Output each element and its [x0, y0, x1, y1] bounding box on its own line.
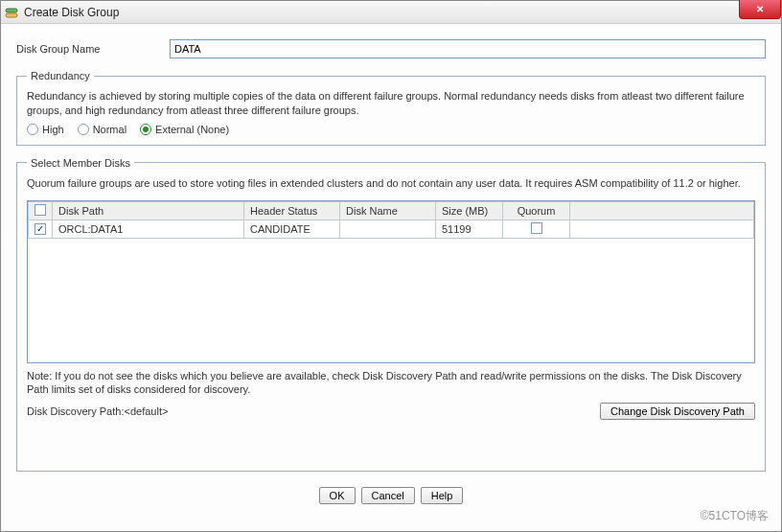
cell-spacer	[570, 220, 754, 238]
table-row[interactable]: ORCL:DATA1 CANDIDATE 51199	[29, 220, 754, 238]
col-disk-path[interactable]: Disk Path	[53, 201, 244, 220]
app-icon	[5, 6, 18, 19]
help-button[interactable]: Help	[421, 487, 464, 504]
col-spacer	[570, 201, 754, 220]
col-size[interactable]: Size (MB)	[436, 201, 503, 220]
ok-button[interactable]: OK	[319, 487, 356, 504]
radio-icon	[27, 124, 38, 135]
redundancy-group: Redundancy Redundancy is achieved by sto…	[16, 70, 766, 146]
footer-buttons: OK Cancel Help	[16, 479, 766, 516]
cell-disk-name	[340, 220, 436, 238]
quorum-checkbox[interactable]	[531, 222, 542, 234]
select-all-checkbox[interactable]	[34, 204, 46, 216]
titlebar: Create Disk Group ✕	[1, 1, 781, 24]
select-member-disks-group: Select Member Disks Quorum failure group…	[16, 157, 766, 472]
col-disk-name[interactable]: Disk Name	[340, 201, 436, 220]
discovery-path-label: Disk Discovery Path:	[27, 405, 124, 417]
disk-group-name-label: Disk Group Name	[16, 43, 160, 55]
redundancy-normal-label: Normal	[93, 124, 126, 135]
svg-rect-0	[6, 9, 17, 12]
col-quorum[interactable]: Quorum	[503, 201, 570, 220]
disks-note: Note: If you do not see the disks which …	[27, 369, 755, 398]
member-disks-legend: Select Member Disks	[27, 157, 134, 169]
close-button[interactable]: ✕	[739, 0, 781, 19]
row-checkbox[interactable]	[34, 223, 46, 235]
redundancy-external-radio[interactable]: External (None)	[140, 124, 229, 135]
disks-table: Disk Path Header Status Disk Name Size (…	[28, 201, 754, 239]
dialog-content: Disk Group Name Redundancy Redundancy is…	[1, 24, 781, 531]
name-row: Disk Group Name	[16, 39, 766, 58]
cell-disk-path: ORCL:DATA1	[53, 220, 244, 238]
change-disk-discovery-path-button[interactable]: Change Disk Discovery Path	[600, 403, 755, 420]
cancel-button[interactable]: Cancel	[361, 487, 415, 504]
col-header-status[interactable]: Header Status	[244, 201, 340, 220]
redundancy-legend: Redundancy	[27, 70, 94, 81]
cell-size: 51199	[436, 220, 503, 238]
cell-header-status: CANDIDATE	[244, 220, 340, 238]
discovery-path-row: Disk Discovery Path:<default> Change Dis…	[27, 403, 755, 420]
redundancy-description: Redundancy is achieved by storing multip…	[27, 89, 755, 118]
redundancy-external-label: External (None)	[155, 124, 229, 135]
redundancy-options: High Normal External (None)	[27, 124, 755, 135]
radio-icon	[140, 124, 151, 135]
svg-rect-1	[6, 13, 17, 17]
radio-icon	[78, 124, 89, 135]
redundancy-normal-radio[interactable]: Normal	[78, 124, 126, 135]
window-title: Create Disk Group	[24, 6, 119, 19]
redundancy-high-radio[interactable]: High	[27, 124, 64, 135]
disks-table-wrap: Disk Path Header Status Disk Name Size (…	[27, 200, 755, 363]
discovery-path-value: <default>	[124, 405, 168, 417]
member-disks-description: Quorum failure groups are used to store …	[27, 176, 755, 191]
create-disk-group-dialog: Create Disk Group ✕ Disk Group Name Redu…	[0, 0, 782, 532]
disk-group-name-input[interactable]	[170, 39, 766, 58]
discovery-path-text: Disk Discovery Path:<default>	[27, 405, 168, 417]
close-icon: ✕	[756, 4, 764, 14]
redundancy-high-label: High	[42, 124, 64, 135]
table-header-row: Disk Path Header Status Disk Name Size (…	[29, 201, 754, 220]
